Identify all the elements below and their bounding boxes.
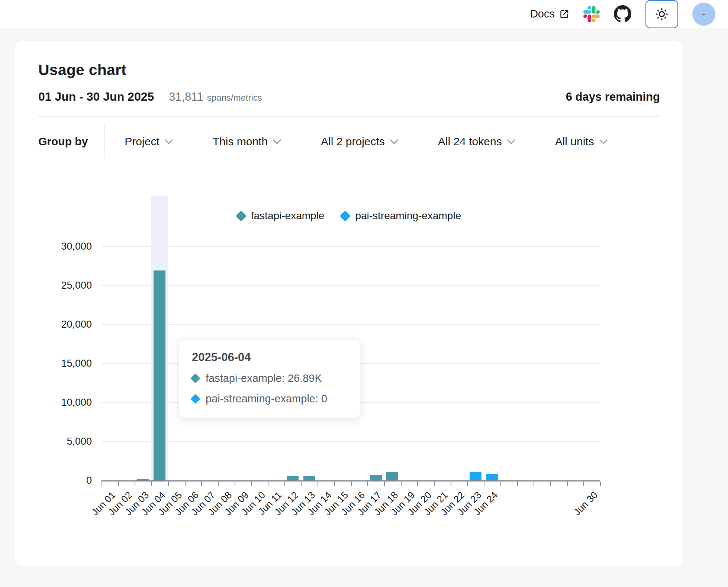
x-axis-tick	[583, 481, 584, 486]
y-tick-label: 25,000	[15, 280, 92, 291]
x-axis-tick	[351, 481, 352, 486]
y-tick-label: 15,000	[15, 358, 92, 369]
chart-tooltip: 2025-06-04 fastapi-example: 26.89Kpai-st…	[179, 339, 360, 418]
topbar: Docs -	[0, 0, 728, 28]
dropdown-value: All 2 projects	[321, 135, 385, 148]
sun-icon	[655, 7, 669, 21]
total-count: 31,811	[169, 90, 203, 104]
dropdown-value: Project	[125, 135, 159, 148]
bar-fastapi-example-jun-18[interactable]	[386, 472, 398, 480]
x-axis-tick	[251, 481, 252, 486]
x-axis-tick	[301, 481, 302, 486]
y-tick-label: 30,000	[15, 241, 92, 252]
x-axis-tick	[118, 481, 119, 486]
dropdown-value: This month	[213, 135, 268, 148]
dropdown-value: All 24 tokens	[438, 135, 502, 148]
x-axis-tick	[567, 481, 568, 486]
legend-diamond-icon	[235, 210, 247, 221]
chevron-down-icon	[164, 136, 173, 145]
chevron-down-icon	[390, 136, 399, 145]
y-tick-label: 20,000	[15, 319, 92, 330]
gridline	[102, 441, 600, 442]
docs-link[interactable]: Docs	[530, 8, 569, 20]
x-axis-tick	[517, 481, 518, 486]
filter-dropdown-project[interactable]: Project	[125, 135, 171, 148]
x-axis-tick	[467, 481, 468, 486]
tooltip-row: pai-streaming-example: 0	[192, 393, 347, 405]
date-range: 01 Jun - 30 Jun 2025	[38, 90, 154, 104]
x-axis-tick	[417, 481, 418, 486]
x-axis-tick	[102, 481, 102, 486]
filter-divider	[104, 125, 104, 158]
tooltip-diamond-icon	[190, 394, 200, 404]
x-axis-tick	[384, 481, 385, 486]
x-axis-tick	[451, 481, 451, 486]
gridline	[102, 324, 600, 325]
legend-label: pai-streaming-example	[355, 210, 461, 222]
page-title: Usage chart	[38, 61, 660, 79]
chevron-down-icon	[599, 136, 608, 145]
x-axis-tick	[600, 481, 601, 486]
docs-label: Docs	[530, 8, 555, 20]
filter-dropdown-all-2-projects[interactable]: All 2 projects	[321, 135, 397, 148]
x-axis-tick	[550, 481, 551, 486]
slack-icon[interactable]	[583, 6, 600, 22]
chevron-down-icon	[507, 136, 515, 145]
x-axis-tick	[318, 481, 318, 486]
bar-fastapi-example-jun-13[interactable]	[303, 476, 315, 480]
x-tick-label: Jun 30	[571, 489, 600, 518]
bar-fastapi-example-jun-17[interactable]	[370, 475, 382, 480]
usage-bar-chart: fastapi-examplepai-streaming-example 05,…	[15, 189, 683, 567]
x-axis-tick	[284, 481, 285, 486]
x-axis-tick	[185, 481, 186, 486]
chart-legend: fastapi-examplepai-streaming-example	[15, 210, 683, 222]
theme-toggle-button[interactable]	[645, 0, 678, 28]
x-axis-tick	[268, 481, 268, 486]
x-axis-tick	[168, 481, 169, 486]
tooltip-date: 2025-06-04	[192, 351, 347, 364]
gridline	[102, 285, 600, 286]
external-link-icon	[559, 9, 569, 19]
gridline	[102, 246, 600, 247]
filter-dropdown-this-month[interactable]: This month	[213, 135, 280, 148]
days-remaining: 6 days remaining	[566, 90, 660, 104]
x-axis-tick	[235, 481, 235, 486]
usage-chart-card: Usage chart 01 Jun - 30 Jun 2025 31,811 …	[15, 41, 683, 567]
filter-row: Group by ProjectThis monthAll 2 projects…	[38, 124, 660, 159]
bar-fastapi-example-jun-12[interactable]	[287, 476, 299, 480]
avatar[interactable]: -	[692, 3, 715, 26]
dropdown-value: All units	[555, 135, 594, 148]
legend-item-pai-streaming-example[interactable]: pai-streaming-example	[341, 210, 461, 222]
x-axis-tick	[334, 481, 335, 486]
meta-row: 01 Jun - 30 Jun 2025 31,811 spans/metric…	[38, 90, 660, 104]
github-icon[interactable]	[614, 5, 631, 23]
x-axis-tick	[484, 481, 484, 486]
filter-dropdown-all-24-tokens[interactable]: All 24 tokens	[438, 135, 514, 148]
y-tick-label: 10,000	[15, 397, 92, 408]
x-axis-tick	[201, 481, 202, 486]
y-tick-label: 5,000	[15, 436, 92, 447]
bar-pai-streaming-example-jun-23[interactable]	[470, 472, 481, 480]
x-axis-tick	[534, 481, 534, 486]
header-divider	[38, 116, 660, 117]
tooltip-text: fastapi-example: 26.89K	[206, 372, 322, 385]
y-tick-label: 0	[15, 475, 92, 486]
legend-label: fastapi-example	[251, 210, 325, 222]
legend-item-fastapi-example[interactable]: fastapi-example	[237, 210, 325, 222]
x-axis-tick	[218, 481, 219, 486]
bar-fastapi-example-jun-04[interactable]	[154, 270, 165, 480]
total-unit: spans/metrics	[207, 93, 262, 103]
tooltip-row: fastapi-example: 26.89K	[192, 372, 347, 385]
filter-dropdown-all-units[interactable]: All units	[555, 135, 606, 148]
x-axis-tick	[151, 481, 152, 486]
legend-diamond-icon	[340, 210, 351, 221]
bar-pai-streaming-example-jun-24[interactable]	[486, 474, 498, 480]
x-axis-tick	[135, 481, 135, 486]
tooltip-diamond-icon	[190, 373, 200, 383]
x-axis-tick	[434, 481, 435, 486]
x-axis-tick	[367, 481, 368, 486]
x-axis-tick	[401, 481, 402, 486]
chevron-down-icon	[273, 136, 281, 145]
x-axis-tick	[500, 481, 501, 486]
tooltip-text: pai-streaming-example: 0	[206, 393, 327, 405]
